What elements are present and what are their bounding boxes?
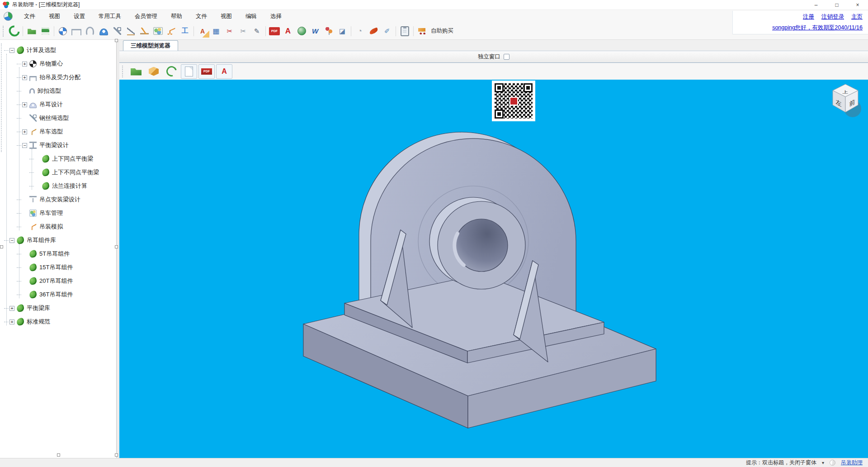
tree-lug-20t[interactable]: 20T吊耳组件 <box>0 274 116 288</box>
tree-calc-selection[interactable]: 计算及选型 <box>0 43 116 57</box>
drafting-icon[interactable]: A <box>196 25 209 38</box>
menu-item[interactable]: 视图 <box>214 10 239 23</box>
tree-expander[interactable] <box>9 48 14 53</box>
minimize-button[interactable]: – <box>806 0 826 10</box>
app-globe-icon[interactable] <box>4 12 13 21</box>
splitter-grip[interactable] <box>0 245 3 248</box>
tree-install-beam-design[interactable]: 吊点安装梁设计 <box>0 193 116 206</box>
package-icon[interactable] <box>146 64 162 79</box>
tree-standards[interactable]: 标准规范 <box>0 315 116 329</box>
splitter-grip[interactable] <box>115 39 118 42</box>
tree-same-point-beam[interactable]: 上下同点平衡梁 <box>0 152 116 166</box>
titlebar: 吊装助理 - [三维模型浏览器] – □ × <box>0 0 868 10</box>
splitter-grip[interactable] <box>57 453 60 457</box>
menu-item[interactable]: 编辑 <box>239 10 264 23</box>
menu-item[interactable]: 视图 <box>42 10 67 23</box>
sketch-icon[interactable]: ◪ <box>335 25 349 38</box>
cart-icon[interactable] <box>415 25 429 38</box>
web-link-icon[interactable] <box>295 25 308 38</box>
tree-load-cog[interactable]: 吊物重心 <box>0 57 116 71</box>
menu-item[interactable]: 会员管理 <box>128 10 164 23</box>
history-icon[interactable]: ◔ <box>353 25 367 38</box>
standalone-window-checkbox[interactable] <box>504 54 509 60</box>
new-page-icon[interactable] <box>181 64 197 79</box>
save-icon[interactable] <box>38 25 52 38</box>
status-dropdown-caret[interactable]: ▾ <box>822 460 824 465</box>
register-link[interactable]: 注册 <box>803 13 814 21</box>
menu-item[interactable]: 文件 <box>189 10 214 23</box>
tree-expander[interactable] <box>9 238 14 243</box>
account-status-link[interactable]: songping您好，有效期至2040/11/16 <box>772 24 863 32</box>
export-pdf-icon[interactable]: PDF <box>198 64 215 79</box>
balance-beam-icon[interactable] <box>137 25 151 38</box>
tree-flange-calc[interactable]: 法兰连接计算 <box>0 179 116 193</box>
menu-item[interactable]: 帮助 <box>164 10 189 23</box>
tree-expander[interactable] <box>22 62 27 67</box>
menu-item[interactable]: 文件 <box>17 10 42 23</box>
viewport-3d[interactable]: 上 左 前 <box>119 80 868 458</box>
tree-expander[interactable] <box>22 143 27 148</box>
tree-lug-5t[interactable]: 5T吊耳组件 <box>0 247 116 261</box>
tree-crane-manage[interactable]: 吊车管理 <box>0 206 116 220</box>
tree-wire-rope-select[interactable]: 钢丝绳选型 <box>0 111 116 125</box>
self-purchase-label[interactable]: 自助购买 <box>431 27 453 35</box>
splitter-grip[interactable] <box>115 245 118 248</box>
install-beam-icon[interactable]: 工 <box>178 25 192 38</box>
spreader-lift-icon[interactable] <box>70 25 83 38</box>
tree-lift-simulation[interactable]: 吊装模拟 <box>0 220 116 234</box>
node-mark-icon[interactable] <box>322 25 335 38</box>
tree-lift-force[interactable]: 抬吊及受力分配 <box>0 71 116 84</box>
splitter-grip[interactable] <box>115 453 118 457</box>
shackle-select-icon[interactable] <box>83 25 97 38</box>
tree-expander[interactable] <box>9 306 14 311</box>
tree-expander[interactable] <box>9 319 14 324</box>
export-dwg-icon[interactable]: A <box>281 25 295 38</box>
logout-link[interactable]: 注销登录 <box>821 13 844 21</box>
tree-lug-library[interactable]: 吊耳组件库 <box>0 234 116 247</box>
viewer-toolbar-grip[interactable] <box>122 66 124 77</box>
close-button[interactable]: × <box>847 0 868 10</box>
tree-lug-design[interactable]: 吊耳设计 <box>0 98 116 111</box>
tree-beam-library[interactable]: 平衡梁库 <box>0 301 116 315</box>
tree-balance-beam-design[interactable]: 平衡梁设计 <box>0 138 116 152</box>
clipboard-icon[interactable] <box>398 25 411 38</box>
annotate-pen-icon[interactable]: ✎ <box>250 25 264 38</box>
home-link[interactable]: 主页 <box>851 13 863 21</box>
maximize-button[interactable]: □ <box>826 0 847 10</box>
lug-design-icon[interactable] <box>97 25 110 38</box>
tree-expander[interactable] <box>22 75 27 80</box>
app-shackle-icon[interactable] <box>7 25 21 38</box>
toolbar-separator <box>413 26 414 36</box>
app-home-link[interactable]: 吊装助理 <box>841 459 863 467</box>
tree-crane-select[interactable]: 吊车选型 <box>0 125 116 138</box>
lift-simulate-icon[interactable] <box>165 25 178 38</box>
open-file-icon[interactable] <box>25 25 38 38</box>
tree-lug-36t[interactable]: 36T吊耳组件 <box>0 288 116 301</box>
crane-select-icon[interactable] <box>124 25 137 38</box>
toolbar-separator <box>396 26 396 36</box>
calculator-icon[interactable]: ▦ <box>209 25 223 38</box>
wire-rope-icon[interactable] <box>110 25 124 38</box>
clean-brush-icon[interactable]: ✐ <box>380 25 394 38</box>
export-word-icon[interactable]: W <box>308 25 322 38</box>
tab-3d-model-browser[interactable]: 三维模型浏览器 <box>123 40 178 51</box>
gravity-center-icon[interactable] <box>56 25 70 38</box>
tree-shackle-select[interactable]: 卸扣选型 <box>0 84 116 98</box>
refresh-icon[interactable] <box>163 64 179 79</box>
menu-item[interactable]: 常用工具 <box>92 10 128 23</box>
export-dwg-icon[interactable]: A <box>216 64 232 79</box>
crane-manage-icon[interactable] <box>151 25 165 38</box>
view-cube[interactable]: 上 左 前 <box>828 82 863 119</box>
tree-expander[interactable] <box>22 102 27 107</box>
trim-icon[interactable]: ✂ <box>236 25 250 38</box>
tree-expander[interactable] <box>22 129 27 134</box>
export-pdf-icon[interactable]: PDF <box>269 27 280 35</box>
tree-diff-point-beam[interactable]: 上下不同点平衡梁 <box>0 166 116 179</box>
menu-item[interactable]: 选择 <box>264 10 288 23</box>
tree-lug-15t[interactable]: 15T吊耳组件 <box>0 261 116 274</box>
swoosh-icon[interactable] <box>367 25 380 38</box>
open-model-icon[interactable] <box>128 64 144 79</box>
scissors-icon[interactable]: ✂ <box>223 25 236 38</box>
menu-item[interactable]: 设置 <box>67 10 92 23</box>
toolbar-grip[interactable] <box>3 26 5 37</box>
